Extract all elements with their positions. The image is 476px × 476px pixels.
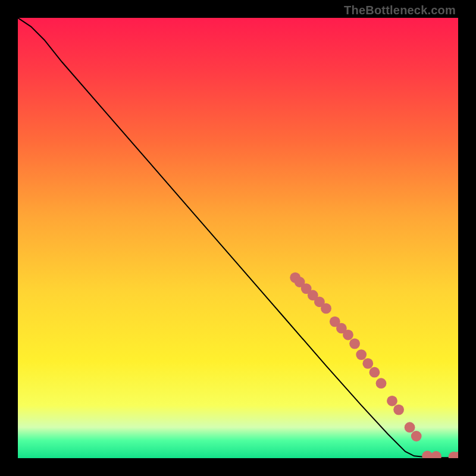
marker-dot — [393, 405, 404, 415]
marker-dot — [405, 422, 415, 433]
plot-area — [18, 18, 458, 458]
marker-dot — [362, 358, 373, 369]
marker-dot — [369, 367, 380, 378]
marker-dot — [314, 296, 325, 307]
marker-dot — [411, 431, 422, 441]
curve-layer — [18, 18, 458, 458]
marker-dot — [343, 330, 353, 340]
marker-dot — [336, 323, 347, 334]
main-curve — [18, 18, 458, 458]
marker-dot — [290, 273, 300, 283]
marker-dot — [422, 450, 433, 458]
marker-dot — [349, 339, 360, 349]
marker-dot — [449, 452, 458, 458]
marker-dot — [387, 396, 397, 406]
marker-dot — [453, 452, 458, 458]
marker-dot — [330, 317, 340, 327]
marker-dot — [431, 451, 441, 458]
marker-group — [290, 273, 458, 458]
marker-dot — [301, 283, 312, 294]
marker-dot — [321, 303, 331, 314]
marker-dot — [308, 290, 318, 300]
marker-dot — [376, 378, 387, 389]
marker-dot — [295, 277, 305, 287]
watermark-text: TheBottleneck.com — [344, 4, 456, 17]
chart-frame: TheBottleneck.com — [0, 0, 476, 476]
marker-dot — [356, 349, 367, 360]
